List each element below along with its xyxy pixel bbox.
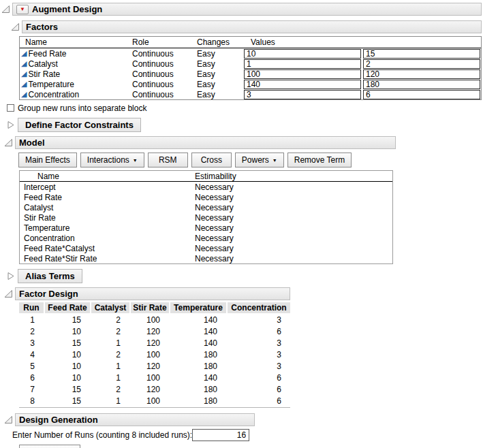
factor-changes[interactable]: Easy	[197, 80, 244, 89]
make-design-button[interactable]: Make Design	[19, 445, 80, 448]
term-estimability[interactable]: Necessary	[195, 213, 234, 223]
model-terms-table: Name Estimability InterceptNecessary Fee…	[19, 170, 393, 264]
disclosure-collapsed-icon[interactable]	[7, 121, 16, 129]
group-runs-checkbox[interactable]	[7, 104, 14, 112]
term-estimability[interactable]: Necessary	[195, 193, 234, 202]
term-name: Stir Rate	[20, 213, 195, 223]
factor-row[interactable]: ◢Temperature Continuous Easy 140180	[20, 79, 481, 89]
term-estimability[interactable]: Necessary	[195, 254, 234, 263]
factor-role[interactable]: Continuous	[132, 59, 197, 69]
factor-row[interactable]: ◢Feed Rate Continuous Easy 1015	[20, 48, 481, 59]
cell-concentration: 6	[228, 395, 290, 406]
disclosure-expanded-icon[interactable]	[1, 5, 10, 14]
factor-row[interactable]: ◢Catalyst Continuous Easy 12	[20, 59, 481, 69]
run-number: 7	[19, 383, 44, 395]
term-estimability[interactable]: Necessary	[195, 182, 234, 192]
disclosure-collapsed-icon[interactable]	[7, 272, 16, 281]
factor-high-value[interactable]: 120	[363, 69, 480, 79]
constraints-title[interactable]: Define Factor Constraints	[18, 118, 141, 132]
factor-low-value[interactable]: 3	[244, 90, 361, 99]
disclosure-expanded-icon[interactable]	[4, 138, 13, 147]
disclosure-expanded-icon[interactable]	[4, 415, 13, 424]
cell-catalyst: 1	[91, 337, 129, 349]
factors-table-header: Name Role Changes Values	[20, 37, 481, 48]
factor-row[interactable]: ◢Stir Rate Continuous Easy 100120	[20, 69, 481, 79]
cell-feed-rate: 15	[45, 395, 90, 406]
factor-role[interactable]: Continuous	[132, 49, 197, 59]
factor-low-value[interactable]: 140	[244, 80, 361, 89]
factor-changes[interactable]: Easy	[197, 90, 244, 99]
factor-high-value[interactable]: 180	[363, 80, 480, 89]
col-header-run: Run	[19, 302, 44, 313]
main-effects-button[interactable]: Main Effects	[18, 153, 77, 167]
cell-catalyst: 1	[91, 395, 129, 406]
factor-changes[interactable]: Easy	[197, 69, 244, 79]
term-estimability[interactable]: Necessary	[195, 223, 234, 233]
run-number: 6	[19, 372, 44, 383]
powers-button[interactable]: Powers▼	[235, 153, 284, 167]
factor-name: Temperature	[28, 80, 74, 89]
col-header-name: Name	[20, 37, 132, 47]
factor-low-value[interactable]: 100	[244, 69, 361, 79]
model-term-row[interactable]: InterceptNecessary	[20, 182, 392, 192]
factor-role[interactable]: Continuous	[132, 69, 197, 79]
cell-temperature: 180	[170, 360, 226, 372]
model-term-row[interactable]: CatalystNecessary	[20, 202, 392, 212]
model-term-row[interactable]: ConcentrationNecessary	[20, 233, 392, 243]
cell-stir-rate: 100	[131, 372, 169, 383]
page-title: Augment Design	[32, 4, 102, 14]
dropdown-arrow-icon: ▼	[272, 158, 277, 163]
term-name: Feed Rate*Stir Rate	[20, 254, 195, 263]
continuous-factor-icon: ◢	[21, 70, 27, 78]
cell-catalyst: 1	[91, 372, 129, 383]
number-of-runs-label: Enter Number of Runs (counting 8 include…	[12, 430, 192, 440]
model-term-row[interactable]: Feed Rate*Stir RateNecessary	[20, 253, 392, 263]
term-estimability[interactable]: Necessary	[195, 244, 234, 253]
factor-high-value[interactable]: 15	[363, 49, 480, 59]
factor-low-value[interactable]: 1	[244, 59, 361, 69]
design-generation-header: Design Generation	[4, 413, 483, 426]
cell-feed-rate: 10	[45, 349, 90, 360]
disclosure-expanded-icon[interactable]	[4, 289, 13, 298]
factor-changes[interactable]: Easy	[197, 49, 244, 59]
cell-stir-rate: 120	[131, 337, 169, 349]
factors-table: Name Role Changes Values ◢Feed Rate Cont…	[19, 36, 482, 100]
cell-concentration: 3	[228, 314, 290, 325]
col-header-values: Values	[244, 37, 481, 47]
factor-design-title: Factor Design	[19, 289, 78, 299]
col-header-temperature: Temperature	[170, 302, 226, 313]
factor-role[interactable]: Continuous	[132, 80, 197, 89]
factor-changes[interactable]: Easy	[197, 59, 244, 69]
number-of-runs-input[interactable]	[192, 429, 249, 441]
cell-concentration: 6	[228, 383, 290, 395]
model-term-row[interactable]: Feed Rate*CatalystNecessary	[20, 243, 392, 253]
term-estimability[interactable]: Necessary	[195, 203, 234, 212]
cell-catalyst: 1	[91, 360, 129, 372]
col-header-stir-rate: Stir Rate	[131, 302, 169, 313]
factor-row[interactable]: ◢Concentration Continuous Easy 36	[20, 89, 481, 99]
interactions-button[interactable]: Interactions▼	[80, 153, 144, 167]
col-header-feed-rate: Feed Rate	[45, 302, 90, 313]
model-term-row[interactable]: TemperatureNecessary	[20, 223, 392, 233]
model-toolbar: Main Effects Interactions▼ RSM Cross Pow…	[18, 153, 483, 167]
term-estimability[interactable]: Necessary	[195, 234, 234, 243]
red-triangle-menu-button[interactable]: ▼	[16, 5, 29, 14]
model-term-row[interactable]: Stir RateNecessary	[20, 212, 392, 223]
term-name: Temperature	[20, 223, 195, 233]
remove-term-button[interactable]: Remove Term	[287, 153, 352, 167]
factor-high-value[interactable]: 6	[363, 90, 480, 99]
cross-button[interactable]: Cross	[191, 153, 232, 167]
factor-role[interactable]: Continuous	[132, 90, 197, 99]
cell-temperature: 180	[170, 349, 226, 360]
model-table-header: Name Estimability	[20, 171, 392, 182]
group-runs-checkbox-row[interactable]: Group new runs into separate block	[7, 103, 483, 113]
disclosure-expanded-icon[interactable]	[11, 22, 20, 31]
constraints-header: Define Factor Constraints	[7, 118, 483, 132]
model-term-row[interactable]: Feed RateNecessary	[20, 192, 392, 202]
factor-low-value[interactable]: 10	[244, 49, 361, 59]
rsm-button[interactable]: RSM	[148, 153, 188, 167]
factor-name: Concentration	[28, 90, 79, 99]
alias-terms-title[interactable]: Alias Terms	[18, 269, 82, 283]
model-title: Model	[19, 138, 45, 148]
factor-high-value[interactable]: 2	[363, 59, 480, 69]
